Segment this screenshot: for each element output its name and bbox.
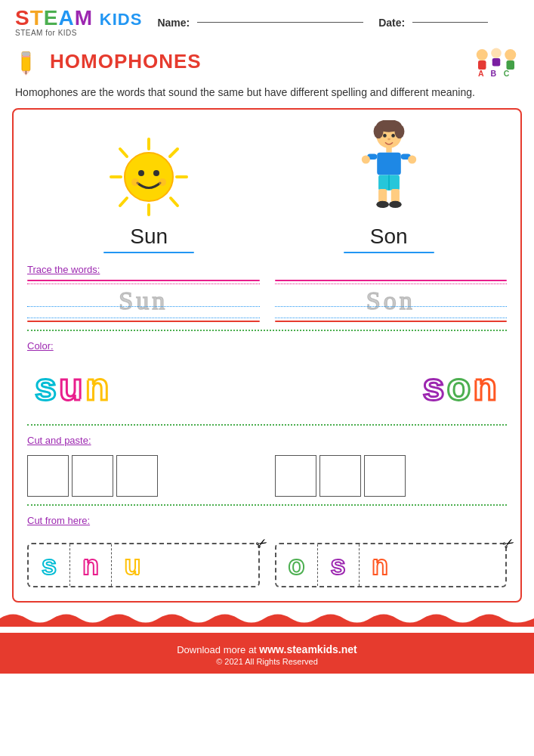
sun-letter-n: n <box>85 364 112 409</box>
cut-letter-n: n <box>70 544 112 586</box>
svg-text:A: A <box>478 69 484 78</box>
sun-label: Sun <box>130 225 168 249</box>
trace-label: Trace the words: <box>27 264 100 275</box>
cut-letter-s: s <box>29 544 70 586</box>
pencil-icon <box>15 48 42 76</box>
cut-paste-label: Cut and paste: <box>27 435 91 446</box>
sun-color-word: sun <box>35 364 111 409</box>
son-color-word: son <box>423 364 499 409</box>
svg-rect-8 <box>492 58 501 67</box>
name-label: Name: <box>157 17 190 29</box>
footer-wave <box>0 610 534 627</box>
svg-point-38 <box>362 155 370 163</box>
svg-point-22 <box>125 153 173 201</box>
logo-s: S <box>15 6 30 29</box>
date-line <box>412 22 488 23</box>
trace-section: Trace the words: Sun Son <box>27 262 507 322</box>
cut-letter-u: u <box>112 544 153 586</box>
svg-point-23 <box>138 170 144 176</box>
sun-block: Sun <box>100 135 198 258</box>
download-text: Download more at <box>177 644 257 655</box>
cut-from-label: Cut from here: <box>27 515 90 526</box>
svg-point-25 <box>131 178 139 186</box>
svg-point-32 <box>391 134 395 138</box>
description-text: Homophones are the words that sound the … <box>0 82 534 108</box>
son-paste-block <box>275 451 508 497</box>
cut-letter-son-s: s <box>318 544 360 586</box>
son-trace-word: Son <box>366 287 415 315</box>
svg-rect-6 <box>478 60 486 70</box>
svg-point-33 <box>387 138 390 141</box>
trace-pink-line-1 <box>27 280 260 281</box>
svg-point-39 <box>408 155 416 163</box>
cut-from-row: ✂ s n u ✂ o s n <box>27 538 507 587</box>
sun-cut-box: ✂ s n u <box>27 543 260 587</box>
footer-content: Download more at www.steamkids.net © 202… <box>0 633 534 674</box>
name-line <box>197 22 363 23</box>
scissors-icon-1: ✂ <box>252 534 270 554</box>
svg-rect-10 <box>507 60 515 70</box>
son-block: Son <box>344 120 434 258</box>
paste-box-1 <box>27 455 69 497</box>
logo: STEAM KIDS STEAM for KIDS <box>15 8 142 37</box>
scissors-icon-2: ✂ <box>500 534 518 554</box>
sun-letter-s: s <box>35 364 59 409</box>
svg-line-20 <box>170 149 177 156</box>
son-cut-block: ✂ o s n <box>275 538 508 587</box>
footer: Download more at www.steamkids.net © 202… <box>0 610 534 674</box>
svg-point-29 <box>373 125 383 139</box>
footer-copyright: © 2021 All Rights Reserved <box>0 657 534 666</box>
logo-t: T <box>30 6 44 29</box>
son-letter-n: n <box>473 364 499 409</box>
son-label: Son <box>370 225 408 249</box>
color-row: sun son <box>27 356 507 417</box>
paste-box-5 <box>319 455 361 497</box>
logo-kids-text: KIDS <box>100 10 143 29</box>
svg-point-26 <box>159 178 166 186</box>
sun-letter-u: u <box>59 364 85 409</box>
paste-box-2 <box>72 455 113 497</box>
footer-download-text: Download more at www.steamkids.net <box>0 643 534 655</box>
sun-paste-block <box>27 451 260 497</box>
boy-image <box>355 120 423 218</box>
trace-row: Sun Son <box>27 280 507 322</box>
svg-line-19 <box>171 198 177 206</box>
title-left: HOMOPHONES <box>15 48 202 76</box>
cut-from-section: Cut from here: ✂ s n u ✂ o s n <box>27 513 507 587</box>
svg-text:B: B <box>491 69 497 78</box>
paste-box-3 <box>116 455 158 497</box>
svg-rect-3 <box>22 55 30 57</box>
sun-trace-word: Sun <box>119 287 168 315</box>
son-underline <box>344 252 434 253</box>
svg-point-24 <box>153 170 159 176</box>
sun-trace-block: Sun <box>27 280 260 322</box>
logo-a: A <box>58 6 74 29</box>
date-label: Date: <box>378 17 405 29</box>
logo-steam-text: STEAM KIDS <box>15 8 142 29</box>
svg-rect-2 <box>22 51 30 55</box>
son-cut-box: ✂ o s n <box>275 543 508 587</box>
svg-point-44 <box>376 201 389 208</box>
sun-cut-block: ✂ s n u <box>27 538 260 587</box>
sun-paste-boxes <box>27 455 260 497</box>
paste-box-4 <box>275 455 316 497</box>
sun-image <box>100 135 198 218</box>
name-date-row: Name: Date: <box>142 17 519 29</box>
son-letter-s: s <box>423 364 447 409</box>
logo-e: E <box>44 6 59 29</box>
divider-2 <box>27 424 507 426</box>
logo-subtitle: STEAM for KIDS <box>15 29 77 37</box>
svg-line-21 <box>120 198 127 206</box>
cut-paste-section: Cut and paste: <box>27 433 507 497</box>
cut-paste-row <box>27 451 507 497</box>
sun-underline <box>103 252 194 253</box>
trace-pink-line-2 <box>275 280 508 281</box>
images-row: Sun <box>27 120 507 258</box>
svg-point-31 <box>383 134 387 138</box>
svg-rect-43 <box>391 189 400 203</box>
divider-3 <box>27 504 507 506</box>
main-card: Sun <box>12 108 522 603</box>
trace-red-line-1 <box>27 321 260 322</box>
svg-point-7 <box>491 48 502 59</box>
svg-point-30 <box>394 125 404 139</box>
